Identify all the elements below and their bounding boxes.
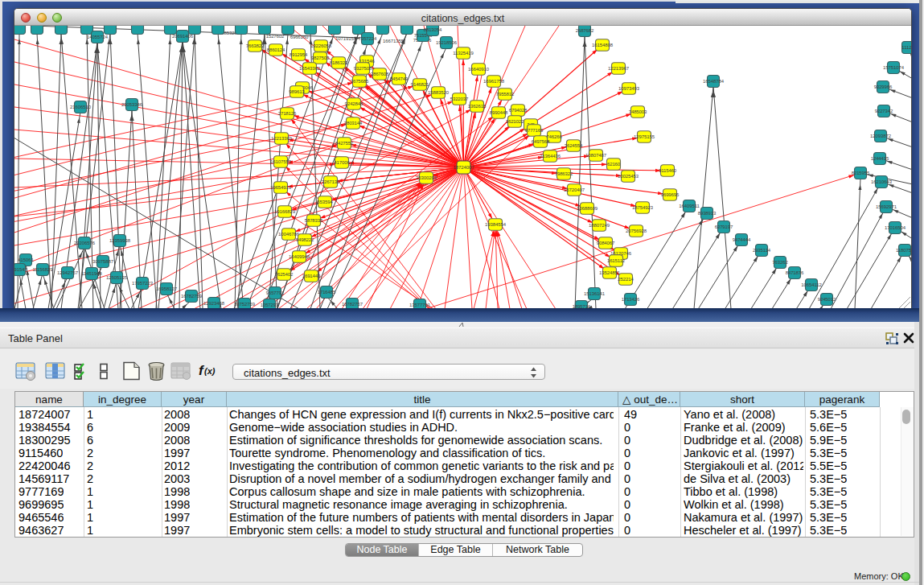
svg-text:7663822: 7663822 [246, 43, 265, 48]
svg-text:7485003: 7485003 [629, 109, 647, 114]
svg-text:763262: 763262 [772, 260, 788, 265]
svg-text:12213967: 12213967 [608, 66, 630, 71]
svg-text:8990448: 8990448 [490, 110, 508, 115]
svg-text:16543362: 16543362 [299, 66, 321, 71]
svg-text:8813054: 8813054 [424, 27, 442, 32]
svg-text:9329966: 9329966 [874, 84, 893, 89]
svg-text:10752759: 10752759 [234, 302, 256, 307]
svg-text:15692971: 15692971 [876, 204, 897, 209]
svg-text:5322037: 5322037 [450, 97, 469, 101]
svg-text:20756928: 20756928 [626, 229, 647, 233]
svg-text:9777169: 9777169 [525, 128, 544, 133]
svg-text:7357224: 7357224 [359, 36, 377, 41]
svg-text:9474444: 9474444 [733, 237, 751, 242]
svg-text:415061: 415061 [18, 257, 34, 262]
svg-text:8186323: 8186323 [330, 60, 348, 65]
svg-text:16640910: 16640910 [468, 67, 490, 72]
svg-text:6379197: 6379197 [715, 225, 733, 229]
svg-text:10688609: 10688609 [577, 206, 598, 211]
svg-text:8215955: 8215955 [852, 171, 870, 175]
svg-text:15720407: 15720407 [564, 187, 585, 192]
svg-text:8860124: 8860124 [267, 47, 285, 52]
svg-text:15883520: 15883520 [428, 90, 450, 95]
svg-text:1180753: 1180753 [896, 248, 911, 253]
svg-text:16671355: 16671355 [383, 39, 405, 43]
svg-text:9146821: 9146821 [411, 82, 429, 87]
svg-text:18807249: 18807249 [589, 223, 610, 228]
svg-text:11156829: 11156829 [32, 267, 53, 272]
svg-text:9245012: 9245012 [818, 297, 836, 302]
svg-text:17016504: 17016504 [885, 225, 906, 230]
svg-text:8471876: 8471876 [786, 270, 804, 275]
svg-text:21606510: 21606510 [70, 105, 92, 109]
svg-text:989613: 989613 [289, 89, 305, 94]
svg-text:13524851: 13524851 [599, 270, 621, 275]
svg-text:1713426: 1713426 [622, 297, 640, 302]
svg-text:16107553: 16107553 [270, 159, 292, 164]
svg-text:16409511: 16409511 [679, 204, 700, 208]
svg-text:21364436: 21364436 [540, 154, 561, 159]
svg-text:9498222: 9498222 [296, 237, 314, 242]
svg-text:(x): (x) [204, 366, 216, 376]
svg-text:8938913: 8938913 [698, 211, 717, 216]
svg-text:9242848: 9242848 [345, 101, 363, 106]
svg-text:1691443: 1691443 [302, 274, 321, 278]
svg-text:12213369: 12213369 [271, 136, 293, 141]
svg-text:20206576: 20206576 [74, 241, 96, 245]
svg-text:6497568: 6497568 [532, 139, 550, 144]
svg-text:8454749: 8454749 [390, 76, 409, 81]
svg-text:9699695: 9699695 [661, 192, 680, 197]
svg-text:11123: 11123 [901, 45, 911, 50]
svg-text:2867608: 2867608 [371, 72, 389, 76]
svg-text:553594: 553594 [317, 200, 333, 204]
svg-text:19166829: 19166829 [274, 209, 296, 214]
svg-text:7955812: 7955812 [496, 92, 515, 97]
svg-text:16154808: 16154808 [592, 43, 614, 47]
svg-text:16548784: 16548784 [703, 79, 725, 84]
svg-text:3624554: 3624554 [565, 143, 583, 148]
svg-text:2687682: 2687682 [576, 28, 594, 33]
svg-text:8912954: 8912954 [290, 52, 308, 57]
svg-text:13226058: 13226058 [310, 43, 332, 48]
svg-text:2935114: 2935114 [753, 248, 771, 253]
svg-text:12505135: 12505135 [106, 275, 128, 280]
svg-text:18724007: 18724007 [454, 165, 475, 170]
svg-text:10654112: 10654112 [801, 282, 822, 287]
svg-text:12942757: 12942757 [57, 270, 79, 275]
svg-text:3675685: 3675685 [351, 79, 369, 84]
svg-text:17957223: 17957223 [132, 281, 154, 286]
svg-text:1244415: 1244415 [871, 156, 889, 161]
svg-text:2803144: 2803144 [344, 121, 363, 126]
svg-text:9827503: 9827503 [311, 56, 330, 60]
svg-text:391547: 391547 [14, 267, 27, 272]
svg-text:1362615: 1362615 [468, 104, 487, 109]
svg-text:252214: 252214 [618, 277, 634, 282]
svg-text:10782757: 10782757 [342, 302, 363, 307]
svg-text:11325419: 11325419 [453, 51, 474, 56]
svg-text:62160: 62160 [607, 162, 621, 167]
svg-text:16958127: 16958127 [156, 286, 178, 291]
svg-text:15136141: 15136141 [584, 291, 606, 296]
svg-text:13577791: 13577791 [409, 303, 431, 307]
svg-text:9327508: 9327508 [354, 66, 372, 71]
svg-text:16961758: 16961758 [483, 79, 505, 84]
svg-text:14055724: 14055724 [87, 35, 109, 39]
svg-text:12975155: 12975155 [634, 134, 655, 139]
svg-text:12359938: 12359938 [109, 238, 131, 243]
svg-text:7986322: 7986322 [555, 171, 573, 176]
svg-text:9115460: 9115460 [659, 168, 677, 173]
svg-text:3267130: 3267130 [322, 179, 340, 184]
svg-text:5878335: 5878335 [305, 218, 323, 223]
svg-text:10973493: 10973493 [618, 86, 640, 91]
svg-text:29053346: 29053346 [121, 102, 143, 107]
svg-text:11451944: 11451944 [81, 271, 102, 276]
svg-text:16782759: 16782759 [181, 294, 203, 299]
svg-text:9657791: 9657791 [266, 290, 285, 295]
svg-text:8427552: 8427552 [335, 141, 354, 146]
svg-text:19384554: 19384554 [485, 222, 507, 227]
svg-text:1615112: 1615112 [607, 258, 626, 263]
svg-text:30975887: 30975887 [92, 259, 114, 264]
svg-text:25300203: 25300203 [416, 175, 437, 180]
svg-text:18754923: 18754923 [632, 205, 654, 210]
svg-text:16409948: 16409948 [289, 254, 310, 259]
